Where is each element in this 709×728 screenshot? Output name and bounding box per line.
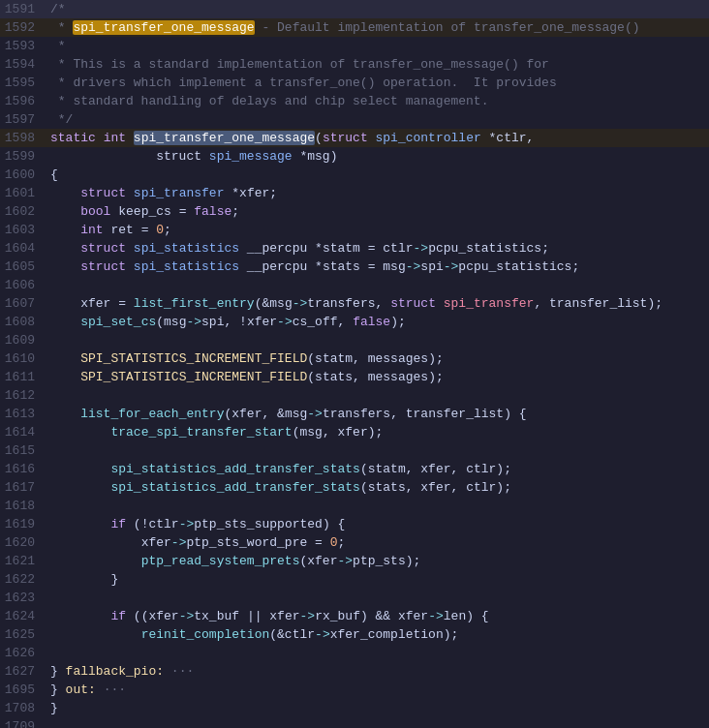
code-line: 1623 — [0, 589, 709, 607]
code-line: 1591/* — [0, 0, 709, 18]
code-line: 1607 xfer = list_first_entry(&msg->trans… — [0, 294, 709, 313]
code-line: 1592 * spi_transfer_one_message - Defaul… — [0, 18, 709, 37]
line-content: * This is a standard implementation of t… — [46, 55, 709, 74]
code-line: 1597 */ — [0, 110, 709, 129]
code-line: 1618 — [0, 497, 709, 515]
code-line: 1615 — [0, 441, 709, 460]
code-line: 1603 int ret = 0; — [0, 221, 709, 239]
line-number: 1626 — [0, 644, 46, 662]
line-number: 1600 — [0, 166, 46, 184]
code-line: 1595 * drivers which implement a transfe… — [0, 74, 709, 92]
code-line: 1617 spi_statistics_add_transfer_stats(s… — [0, 478, 709, 497]
line-content: * drivers which implement a transfer_one… — [46, 74, 709, 92]
line-number: 1612 — [0, 386, 46, 405]
code-line: 1599 struct spi_message *msg) — [0, 147, 709, 166]
line-number: 1695 — [0, 681, 46, 699]
line-content: xfer = list_first_entry(&msg->transfers,… — [46, 294, 709, 313]
code-line: 1622 } — [0, 570, 709, 589]
line-number: 1618 — [0, 497, 46, 515]
line-content: struct spi_transfer *xfer; — [46, 184, 709, 202]
line-number: 1709 — [0, 717, 46, 728]
code-line: 1600{ — [0, 166, 709, 184]
line-content: bool keep_cs = false; — [46, 202, 709, 221]
code-line: 1610 SPI_STATISTICS_INCREMENT_FIELD(stat… — [0, 349, 709, 368]
line-content: static int spi_transfer_one_message(stru… — [46, 129, 709, 147]
line-number: 1625 — [0, 625, 46, 644]
line-content: struct spi_statistics __percpu *statm = … — [46, 239, 709, 258]
line-number: 1602 — [0, 202, 46, 221]
code-line: 1602 bool keep_cs = false; — [0, 202, 709, 221]
line-number: 1616 — [0, 460, 46, 478]
line-content: spi_statistics_add_transfer_stats(statm,… — [46, 460, 709, 478]
line-content: * standard handling of delays and chip s… — [46, 92, 709, 110]
code-line: 1708} — [0, 699, 709, 717]
line-number: 1624 — [0, 607, 46, 625]
code-line: 1613 list_for_each_entry(xfer, &msg->tra… — [0, 405, 709, 423]
code-line: 1619 if (!ctlr->ptp_sts_supported) { — [0, 515, 709, 533]
code-line: 1606 — [0, 276, 709, 294]
line-number: 1708 — [0, 699, 46, 717]
line-number: 1599 — [0, 147, 46, 166]
line-content — [46, 386, 709, 405]
line-content: SPI_STATISTICS_INCREMENT_FIELD(stats, me… — [46, 368, 709, 386]
line-number: 1598 — [0, 129, 46, 147]
line-number: 1620 — [0, 533, 46, 552]
line-number: 1604 — [0, 239, 46, 258]
line-content: } fallback_pio: ··· — [46, 662, 709, 681]
code-line: 1621 ptp_read_system_prets(xfer->ptp_sts… — [0, 552, 709, 570]
line-content: if (!ctlr->ptp_sts_supported) { — [46, 515, 709, 533]
code-line: 1614 trace_spi_transfer_start(msg, xfer)… — [0, 423, 709, 441]
line-number: 1593 — [0, 37, 46, 55]
code-line: 1616 spi_statistics_add_transfer_stats(s… — [0, 460, 709, 478]
line-content — [46, 497, 709, 515]
line-number: 1592 — [0, 18, 46, 37]
code-line: 1612 — [0, 386, 709, 405]
code-line: 1625 reinit_completion(&ctlr->xfer_compl… — [0, 625, 709, 644]
line-number: 1609 — [0, 331, 46, 349]
line-number: 1595 — [0, 74, 46, 92]
line-number: 1596 — [0, 92, 46, 110]
line-content: if ((xfer->tx_buf || xfer->rx_buf) && xf… — [46, 607, 709, 625]
code-line: 1620 xfer->ptp_sts_word_pre = 0; — [0, 533, 709, 552]
code-line: 1695} out: ··· — [0, 681, 709, 699]
line-number: 1605 — [0, 258, 46, 276]
code-editor: 1591/*1592 * spi_transfer_one_message - … — [0, 0, 709, 728]
line-content: struct spi_message *msg) — [46, 147, 709, 166]
line-content: int ret = 0; — [46, 221, 709, 239]
line-number: 1627 — [0, 662, 46, 681]
line-number: 1607 — [0, 294, 46, 313]
code-line: 1609 — [0, 331, 709, 349]
line-number: 1594 — [0, 55, 46, 74]
line-number: 1597 — [0, 110, 46, 129]
line-number: 1615 — [0, 441, 46, 460]
line-content: { — [46, 166, 709, 184]
line-number: 1591 — [0, 0, 46, 18]
line-content: } out: ··· — [46, 681, 709, 699]
line-number: 1603 — [0, 221, 46, 239]
line-content: /* — [46, 0, 709, 18]
line-number: 1622 — [0, 570, 46, 589]
line-content: ptp_read_system_prets(xfer->ptp_sts); — [46, 552, 709, 570]
code-line: 1626 — [0, 644, 709, 662]
code-line: 1601 struct spi_transfer *xfer; — [0, 184, 709, 202]
code-line: 1596 * standard handling of delays and c… — [0, 92, 709, 110]
line-content: } — [46, 570, 709, 589]
line-content: * — [46, 37, 709, 55]
line-number: 1613 — [0, 405, 46, 423]
line-content: } — [46, 699, 709, 717]
line-content: */ — [46, 110, 709, 129]
line-content: spi_statistics_add_transfer_stats(stats,… — [46, 478, 709, 497]
line-number: 1606 — [0, 276, 46, 294]
line-content: reinit_completion(&ctlr->xfer_completion… — [46, 625, 709, 644]
line-number: 1610 — [0, 349, 46, 368]
line-content: trace_spi_transfer_start(msg, xfer); — [46, 423, 709, 441]
line-content: list_for_each_entry(xfer, &msg->transfer… — [46, 405, 709, 423]
line-content — [46, 589, 709, 607]
code-line: 1593 * — [0, 37, 709, 55]
line-number: 1623 — [0, 589, 46, 607]
line-number: 1608 — [0, 313, 46, 331]
line-content: SPI_STATISTICS_INCREMENT_FIELD(statm, me… — [46, 349, 709, 368]
code-line: 1598static int spi_transfer_one_message(… — [0, 129, 709, 147]
line-content — [46, 441, 709, 460]
line-content: * spi_transfer_one_message - Default imp… — [46, 18, 709, 37]
